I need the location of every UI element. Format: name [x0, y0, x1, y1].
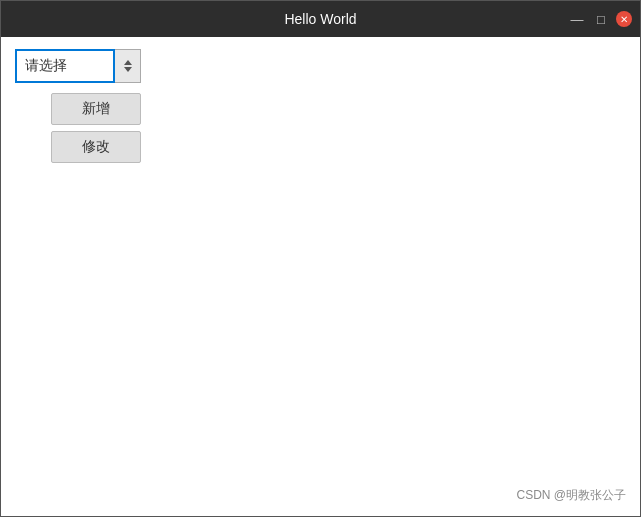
- window-content: 请选择 新增 修改 CSDN @明教张公子: [1, 37, 640, 516]
- close-button[interactable]: ✕: [616, 11, 632, 27]
- title-bar: Hello World — □ ✕: [1, 1, 640, 37]
- controls-row: 请选择: [15, 49, 626, 83]
- minimize-button[interactable]: —: [568, 10, 586, 28]
- watermark: CSDN @明教张公子: [516, 487, 626, 504]
- main-window: Hello World — □ ✕ 请选择 新增 修改 CSDN @明教张公子: [0, 0, 641, 517]
- combo-wrapper: 请选择: [15, 49, 141, 83]
- add-button[interactable]: 新增: [51, 93, 141, 125]
- maximize-button[interactable]: □: [592, 10, 610, 28]
- buttons-column: 新增 修改: [51, 93, 626, 163]
- window-title: Hello World: [89, 11, 552, 27]
- edit-button[interactable]: 修改: [51, 131, 141, 163]
- arrow-up-icon: [124, 60, 132, 65]
- combo-box-display[interactable]: 请选择: [15, 49, 115, 83]
- arrow-down-icon: [124, 67, 132, 72]
- combo-arrow-button[interactable]: [115, 49, 141, 83]
- title-bar-controls: — □ ✕: [552, 10, 632, 28]
